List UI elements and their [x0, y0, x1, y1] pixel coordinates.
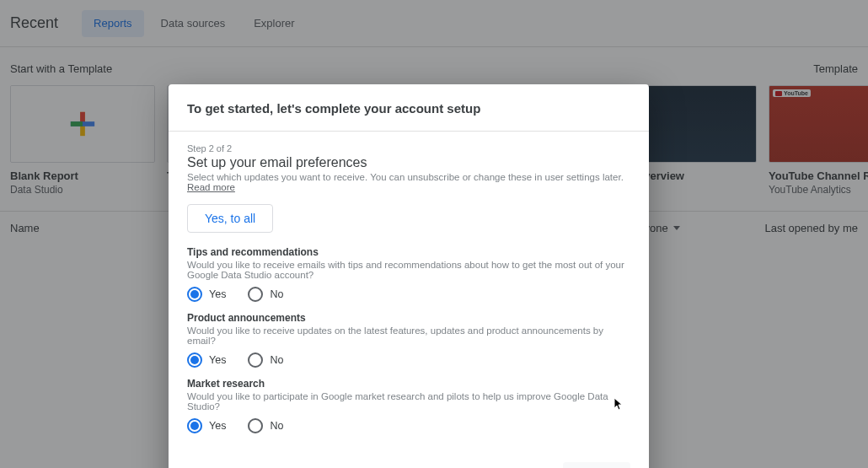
radio-tips-no[interactable]: No — [248, 287, 283, 302]
section-desc: Would you like to receive emails with ti… — [187, 260, 630, 280]
modal-actions: Cancel Continue — [169, 447, 649, 468]
radio-tips-yes[interactable]: Yes — [187, 287, 226, 302]
cancel-button[interactable]: Cancel — [496, 462, 553, 468]
radio-icon — [187, 418, 202, 433]
radio-market-yes[interactable]: Yes — [187, 418, 226, 433]
section-title: Product announcements — [187, 312, 630, 324]
radio-group-product: Yes No — [187, 352, 630, 368]
step-indicator: Step 2 of 2 — [187, 143, 630, 153]
radio-icon — [248, 418, 263, 433]
radio-icon — [248, 287, 263, 302]
section-title: Tips and recommendations — [187, 246, 630, 258]
radio-product-no[interactable]: No — [248, 352, 283, 368]
radio-label: No — [270, 354, 283, 366]
radio-product-yes[interactable]: Yes — [187, 352, 226, 368]
modal-subtitle: Select which updates you want to receive… — [187, 172, 630, 192]
continue-button[interactable]: Continue — [563, 462, 630, 468]
modal-subtitle-text: Select which updates you want to receive… — [187, 172, 624, 182]
radio-label: Yes — [209, 354, 226, 366]
radio-icon — [187, 352, 202, 368]
read-more-link[interactable]: Read more — [187, 182, 235, 192]
radio-label: Yes — [209, 420, 226, 432]
section-desc: Would you like to receive updates on the… — [187, 325, 630, 346]
modal-title: To get started, let's complete your acco… — [169, 84, 649, 132]
modal-heading: Set up your email preferences — [187, 155, 630, 170]
radio-icon — [248, 352, 263, 368]
yes-to-all-button[interactable]: Yes, to all — [187, 204, 273, 233]
section-tips: Tips and recommendations Would you like … — [187, 246, 630, 302]
radio-label: Yes — [209, 288, 226, 300]
radio-group-market: Yes No — [187, 418, 630, 433]
radio-icon — [187, 287, 202, 302]
radio-label: No — [270, 288, 283, 300]
radio-group-tips: Yes No — [187, 287, 630, 302]
section-desc: Would you like to participate in Google … — [187, 391, 630, 412]
account-setup-modal: To get started, let's complete your acco… — [169, 84, 649, 468]
section-title: Market research — [187, 378, 630, 390]
radio-label: No — [270, 420, 283, 432]
section-market: Market research Would you like to partic… — [187, 378, 630, 433]
radio-market-no[interactable]: No — [248, 418, 283, 433]
section-product: Product announcements Would you like to … — [187, 312, 630, 368]
